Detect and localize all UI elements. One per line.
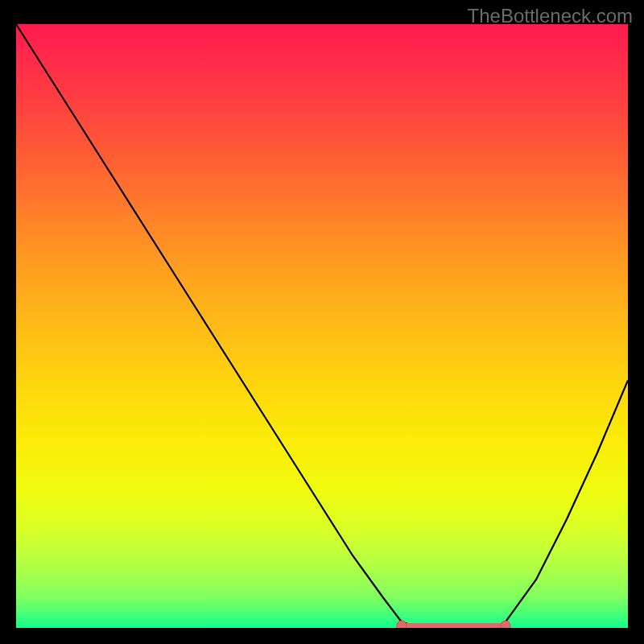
chart-container: TheBottleneck.com xyxy=(0,0,644,644)
watermark-text: TheBottleneck.com xyxy=(468,5,633,27)
optimal-marker-left xyxy=(397,621,407,628)
plot-area xyxy=(16,24,628,628)
optimal-marker-right xyxy=(501,621,510,628)
bottleneck-curve xyxy=(16,24,628,628)
curve-svg xyxy=(16,24,628,628)
